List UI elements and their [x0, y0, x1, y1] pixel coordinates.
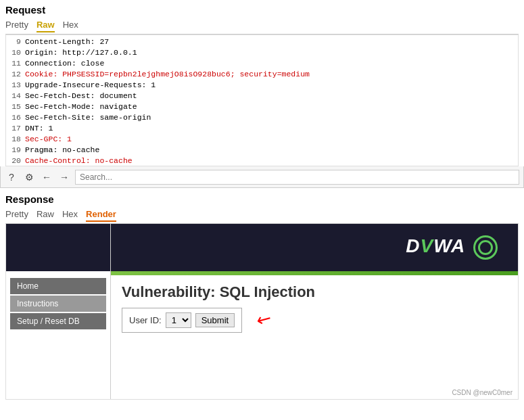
code-line-14: 14 Sec-Fetch-Dest: document: [9, 91, 515, 101]
code-line-9: 9 Content-Length: 27: [9, 37, 515, 47]
dvwa-sidebar: Home Instructions Setup / Reset DB: [6, 224, 111, 399]
code-line-13: 13 Upgrade-Insecure-Requests: 1: [9, 80, 515, 91]
code-line-17: 17 DNT: 1: [9, 123, 515, 134]
userid-form: User ID: 1 2 3 Submit: [122, 308, 242, 333]
tab-pretty[interactable]: Pretty: [5, 18, 28, 32]
dvwa-sidebar-header: [6, 224, 110, 271]
code-line-16: 16 Sec-Fetch-Site: same-origin: [9, 112, 515, 123]
dvwa-header-main: DVWA: [111, 224, 518, 271]
code-line-10: 10 Origin: http://127.0.0.1: [9, 47, 515, 58]
help-icon[interactable]: ?: [5, 170, 18, 184]
tab-response-raw[interactable]: Raw: [37, 208, 54, 222]
code-line-20: 20 Cache-Control: no-cache: [9, 156, 515, 166]
arrow-indicator: ↙: [253, 307, 277, 333]
back-icon[interactable]: ←: [40, 170, 53, 184]
nav-home[interactable]: Home: [10, 278, 106, 294]
nav-setup[interactable]: Setup / Reset DB: [10, 313, 106, 329]
code-line-12: 12 Cookie: PHPSESSID=repbn2lejghmejO8isO…: [9, 69, 515, 80]
request-section: Request Pretty Raw Hex 9 Content-Length:…: [0, 0, 524, 166]
settings-icon[interactable]: ⚙: [22, 170, 36, 184]
response-title: Response: [5, 193, 519, 205]
response-tabs: Pretty Raw Hex Render: [5, 208, 519, 224]
search-input[interactable]: [75, 170, 519, 185]
nav-menu: Home Instructions Setup / Reset DB: [6, 271, 110, 336]
userid-label: User ID:: [129, 315, 162, 325]
dvwa-main-content: DVWA Vulnerability: SQL Injection User I…: [111, 224, 518, 399]
tab-hex[interactable]: Hex: [63, 18, 78, 32]
tab-response-render[interactable]: Render: [86, 208, 116, 222]
code-line-15: 15 Sec-Fetch-Mode: navigate: [9, 101, 515, 112]
code-line-11: 11 Connection: close: [9, 58, 515, 69]
request-code-area: 9 Content-Length: 27 10 Origin: http://1…: [5, 34, 519, 166]
tab-response-hex[interactable]: Hex: [62, 208, 78, 222]
vuln-title: Vulnerability: SQL Injection: [122, 283, 507, 301]
render-area: Home Instructions Setup / Reset DB DVWA …: [5, 224, 519, 400]
userid-select[interactable]: 1 2 3: [166, 312, 191, 328]
userid-form-container: User ID: 1 2 3 Submit ↙: [122, 308, 507, 333]
code-line-19: 19 Pragma: no-cache: [9, 145, 515, 156]
tab-response-pretty[interactable]: Pretty: [5, 208, 28, 222]
tab-raw[interactable]: Raw: [37, 18, 55, 32]
dvwa-logo: DVWA: [406, 235, 498, 260]
nav-instructions[interactable]: Instructions: [10, 296, 106, 312]
submit-button[interactable]: Submit: [195, 313, 235, 327]
response-section: Response Pretty Raw Hex Render: [0, 189, 524, 224]
dvwa-content: Vulnerability: SQL Injection User ID: 1 …: [111, 275, 518, 341]
forward-icon[interactable]: →: [57, 170, 71, 184]
request-title: Request: [5, 4, 519, 16]
code-line-18: 18 Sec-GPC: 1: [9, 134, 515, 145]
watermark: CSDN @newC0mer: [452, 389, 513, 396]
request-tabs: Pretty Raw Hex: [5, 18, 519, 34]
toolbar: ? ⚙ ← →: [0, 166, 524, 188]
